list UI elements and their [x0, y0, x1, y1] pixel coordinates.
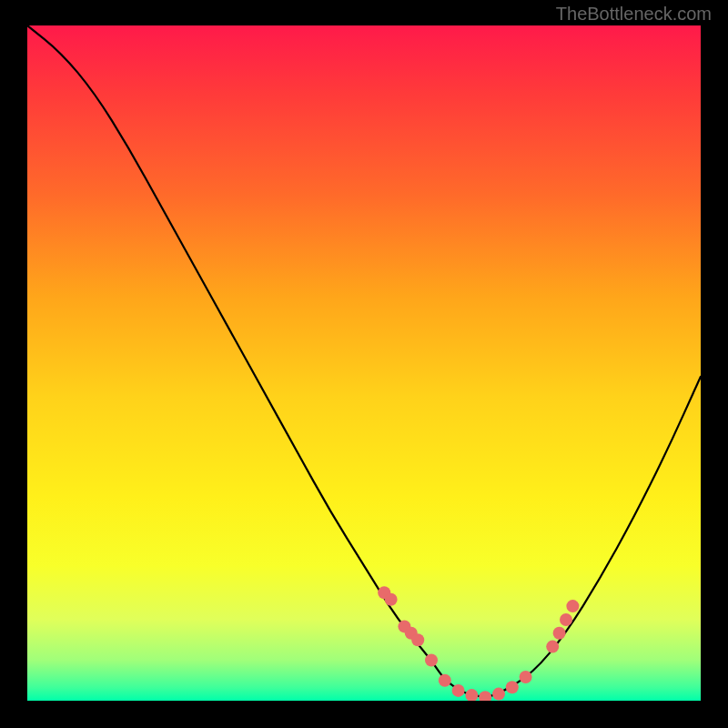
marker-point [385, 593, 398, 606]
bottleneck-curve [27, 25, 701, 696]
marker-point [465, 689, 478, 701]
marker-point [479, 691, 491, 701]
marker-point [452, 684, 465, 697]
marker-point [492, 688, 505, 701]
marker-point [560, 613, 572, 626]
chart-svg [27, 25, 701, 701]
watermark-text: TheBottleneck.com [556, 4, 712, 25]
marker-point [566, 600, 579, 612]
marker-point [425, 654, 438, 667]
marker-point [411, 633, 424, 646]
marker-point [439, 674, 451, 687]
marker-points [378, 586, 579, 701]
marker-point [506, 681, 519, 693]
marker-point [553, 627, 566, 640]
marker-point [520, 671, 532, 683]
chart-plot-area [27, 25, 701, 701]
marker-point [546, 641, 559, 653]
